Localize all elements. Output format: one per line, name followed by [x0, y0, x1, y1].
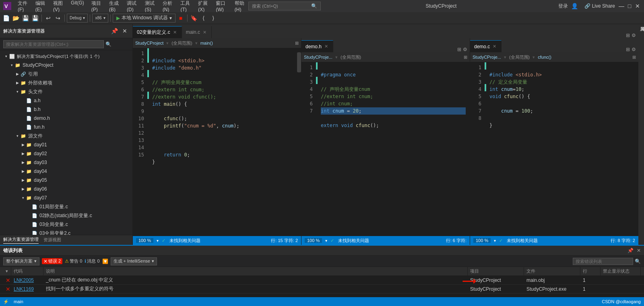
tree-item-day07[interactable]: ▾ 📁 day07: [0, 193, 132, 202]
nav-function-3[interactable]: cfunc(): [538, 55, 551, 60]
nav-scope-1[interactable]: StudyCProject: [135, 41, 163, 45]
close-button[interactable]: ✕: [634, 3, 641, 9]
error-code-1[interactable]: LNK2005: [14, 277, 34, 283]
error-search-input[interactable]: [573, 258, 633, 265]
zoom-1[interactable]: 100 %: [136, 238, 153, 243]
tree-item-headers[interactable]: ▾ 📁 头文件: [0, 87, 132, 96]
nav-scope-3[interactable]: StudyCProje...: [473, 55, 501, 60]
tab-02bianliang[interactable]: 02变量的定义.c ✕: [133, 26, 182, 38]
tree-item-day05[interactable]: ▶ 📁 day05: [0, 176, 132, 185]
build-filter-dropdown[interactable]: 生成 + IntelliSense ▾: [111, 257, 157, 265]
menu-test[interactable]: 测试(S): [142, 0, 159, 13]
split3-icon[interactable]: ⊞: [626, 47, 630, 52]
undo-button[interactable]: ↩: [44, 14, 53, 23]
tab-main-close[interactable]: ✕: [202, 29, 207, 35]
sidebar-pin-button[interactable]: 📌: [110, 27, 119, 35]
menu-analyze[interactable]: 分析(N): [159, 0, 177, 13]
maximize-button[interactable]: □: [626, 3, 633, 9]
split2-icon[interactable]: ⊞: [457, 47, 461, 52]
save-all-button[interactable]: 💾: [31, 14, 39, 23]
menu-tools[interactable]: 工具(T): [177, 0, 194, 13]
tab2-gear-icon[interactable]: ⚙: [463, 47, 467, 52]
sidebar-search-input[interactable]: [3, 40, 104, 48]
tab-gear-icon[interactable]: ⚙: [632, 33, 636, 38]
save-button[interactable]: 💾: [21, 14, 30, 23]
menu-edit[interactable]: 编辑(E): [32, 0, 49, 13]
tab-demoh[interactable]: demo.h ✕: [301, 40, 333, 52]
arch-dropdown[interactable]: x86 ▾: [92, 14, 108, 23]
tree-item-day04[interactable]: ▶ 📁 day04: [0, 167, 132, 176]
stop-button[interactable]: ■: [176, 14, 185, 23]
project-node[interactable]: ▾ 📁 StudyCProject: [0, 61, 132, 70]
tree-item-file04[interactable]: 📄 03全局变量2.c: [0, 229, 132, 235]
error-row-1[interactable]: ✕ LNK2005 _cnum 已经在 demo.obj 中定义 ⟶ Study…: [0, 276, 644, 285]
code-view-3[interactable]: #include <stdio.h> // 定义全局变量 int cnum=10…: [486, 62, 634, 236]
menu-build[interactable]: 生成(B): [106, 0, 123, 13]
tree-item-file01[interactable]: 📄 01局部变量.c: [0, 202, 132, 211]
col-header-file[interactable]: 文件: [524, 267, 580, 275]
menu-view[interactable]: 视图(V): [50, 0, 67, 13]
nav-split-icon-3[interactable]: ⊞: [632, 55, 636, 60]
menu-window[interactable]: 窗口(W): [213, 0, 230, 13]
tree-item-sources[interactable]: ▾ 📁 源文件: [0, 131, 132, 140]
minimize-button[interactable]: —: [618, 3, 625, 9]
nav-split-icon-2[interactable]: ⊞: [464, 55, 467, 60]
redo-button[interactable]: ↪: [54, 14, 62, 23]
sidebar-close-button[interactable]: ✕: [120, 27, 129, 35]
sidebar-tab-solution[interactable]: 解决方案资源管理: [3, 236, 39, 244]
info-count-badge[interactable]: ℹ 消息 0: [85, 258, 99, 264]
nav-next-button[interactable]: ⟩: [209, 14, 218, 23]
menu-debug[interactable]: 调试(D): [124, 0, 141, 13]
sidebar-tab-resource[interactable]: 资源视图: [43, 237, 61, 244]
tree-item-external-deps[interactable]: ▶ 📁 外部依赖项: [0, 78, 132, 87]
tab-democ-close[interactable]: ✕: [492, 43, 497, 49]
col-header-code[interactable]: 代码: [11, 267, 43, 275]
scrollbar-v-2[interactable]: [466, 62, 470, 236]
scrollbar-v-3[interactable]: [634, 62, 638, 236]
bookmark-button[interactable]: 🔖: [190, 14, 198, 23]
menu-git[interactable]: Git(G): [68, 0, 87, 13]
global-search-box[interactable]: 搜索 (Ctrl+Q) 🔍: [248, 2, 321, 10]
col-header-line[interactable]: 行: [580, 267, 601, 275]
zoom-3[interactable]: 100 %: [473, 238, 491, 243]
tab-demoh-close[interactable]: ✕: [324, 43, 329, 49]
tree-item-demoh[interactable]: 📄 demo.h: [0, 114, 132, 123]
scrollbar-v-1[interactable]: [297, 48, 301, 236]
error-code-2[interactable]: LNK1169: [14, 286, 34, 292]
col-header-desc[interactable]: 说明: [43, 267, 468, 275]
open-button[interactable]: 📂: [11, 14, 20, 23]
zoom-dropdown-3[interactable]: ▾: [494, 238, 496, 243]
tree-item-ah[interactable]: 📄 a.h: [0, 96, 132, 105]
menu-project[interactable]: 项目(P): [88, 0, 105, 13]
bottom-panel-pin[interactable]: 📌: [627, 248, 634, 253]
tab-democ[interactable]: demo.c ✕: [470, 40, 502, 52]
warning-count-badge[interactable]: ⚠ 警告 0: [65, 258, 82, 264]
tree-item-file02[interactable]: 📄 02静态(static)局部变量.c: [0, 211, 132, 220]
code-view-2[interactable]: #pragma once // 声明全局变量cnum //extern int …: [318, 62, 466, 236]
nav-scope-2[interactable]: StudyCProje...: [304, 55, 332, 60]
tree-item-day06[interactable]: ▶ 📁 day06: [0, 185, 132, 193]
error-count-badge[interactable]: ✕ 错误 2: [42, 258, 62, 264]
scope-filter-dropdown[interactable]: 整个解决方案 ▾: [3, 257, 39, 265]
menu-file[interactable]: 文件(F): [14, 0, 31, 13]
tab-main[interactable]: main.c ✕: [182, 26, 212, 38]
zoom-dropdown-1[interactable]: ▾: [157, 238, 159, 243]
tab-02bianliang-close[interactable]: ✕: [172, 29, 178, 35]
solution-node[interactable]: ▾ ⬜ 解决方案'StudyCProject'(1 个项目/共 1 个): [0, 52, 132, 61]
login-button[interactable]: 登录: [558, 3, 568, 10]
tree-item-funh[interactable]: 📄 fun.h: [0, 123, 132, 131]
col-header-project[interactable]: 项目: [468, 267, 524, 275]
tree-item-day02[interactable]: ▶ 📁 day02: [0, 149, 132, 158]
live-share-button[interactable]: 🔗 Live Share: [581, 2, 618, 10]
new-file-button[interactable]: 📄: [2, 14, 10, 23]
col-header-disabled[interactable]: 禁止显示状态: [601, 267, 641, 275]
nav-prev-button[interactable]: ⟨: [199, 14, 208, 23]
nav-function-1[interactable]: main(): [200, 41, 213, 45]
tree-item-bh[interactable]: 📄 b.h: [0, 105, 132, 114]
tab3-gear-icon[interactable]: ⚙: [632, 47, 636, 52]
debug-config-dropdown[interactable]: Debug ▾: [67, 14, 88, 23]
zoom-2[interactable]: 100 %: [305, 238, 322, 243]
tree-item-file03[interactable]: 📄 03全局变量.c: [0, 220, 132, 229]
code-view-1[interactable]: #include <stdio.h> #include "demo.h" // …: [149, 48, 297, 236]
error-row-2[interactable]: ✕ LNK1169 找到一个或多个多重定义的符号 StudyCProject S…: [0, 285, 644, 294]
